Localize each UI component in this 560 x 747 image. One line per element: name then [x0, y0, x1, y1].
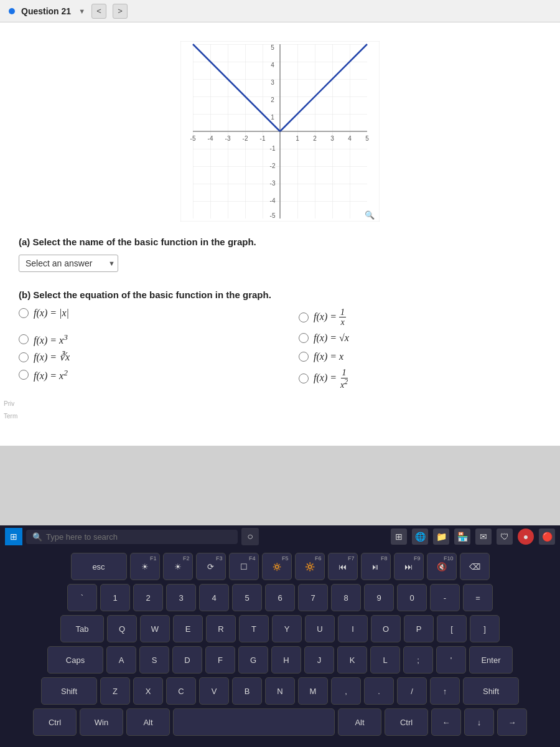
- key-g[interactable]: G: [238, 646, 268, 674]
- key-left-arrow[interactable]: ←: [431, 708, 461, 736]
- key-down-arrow[interactable]: ↓: [464, 708, 494, 736]
- key-q[interactable]: Q: [107, 615, 137, 642]
- key-space[interactable]: [173, 708, 335, 736]
- key-right-arrow[interactable]: →: [497, 708, 527, 736]
- key-e[interactable]: E: [173, 615, 203, 642]
- key-n[interactable]: N: [265, 677, 295, 705]
- key-6[interactable]: 6: [265, 584, 295, 611]
- key-o[interactable]: O: [371, 615, 401, 642]
- taskbar-icon-mail[interactable]: ✉: [475, 529, 492, 545]
- key-p[interactable]: P: [404, 615, 434, 642]
- key-f1[interactable]: F1☀: [130, 553, 160, 580]
- option-abs[interactable]: f(x) = |x|: [19, 308, 261, 319]
- key-period[interactable]: .: [364, 677, 394, 705]
- key-f4[interactable]: F4☐: [229, 553, 259, 580]
- key-b[interactable]: B: [232, 677, 262, 705]
- nav-back-button[interactable]: <: [91, 4, 106, 19]
- key-v[interactable]: V: [199, 677, 229, 705]
- key-z[interactable]: Z: [100, 677, 130, 705]
- option-sqrt[interactable]: f(x) = √x: [299, 332, 541, 344]
- key-m[interactable]: M: [298, 677, 328, 705]
- key-backtick[interactable]: `: [67, 584, 97, 611]
- nav-forward-button[interactable]: >: [113, 4, 128, 19]
- option-recip2[interactable]: f(x) = 1x2: [299, 368, 541, 389]
- key-win[interactable]: Win: [80, 708, 123, 736]
- key-shift-r[interactable]: Shift: [463, 677, 519, 705]
- key-0[interactable]: 0: [397, 584, 427, 611]
- key-a[interactable]: A: [106, 646, 136, 674]
- radio-recip2[interactable]: [299, 374, 309, 383]
- key-semicolon[interactable]: ;: [403, 646, 433, 674]
- key-enter[interactable]: Enter: [469, 646, 513, 674]
- key-1[interactable]: 1: [100, 584, 130, 611]
- key-3[interactable]: 3: [166, 584, 196, 611]
- key-w[interactable]: W: [140, 615, 170, 642]
- option-quad[interactable]: f(x) = x2: [19, 368, 261, 382]
- key-k[interactable]: K: [337, 646, 367, 674]
- option-recip[interactable]: f(x) = 1x: [299, 308, 541, 327]
- radio-identity[interactable]: [299, 352, 309, 362]
- key-4[interactable]: 4: [199, 584, 229, 611]
- taskbar-icon-shield[interactable]: 🛡: [497, 529, 513, 545]
- key-u[interactable]: U: [305, 615, 335, 642]
- key-f10[interactable]: F10🔇: [427, 553, 457, 580]
- key-up-arrow[interactable]: ↑: [430, 677, 460, 705]
- key-alt-l[interactable]: Alt: [126, 708, 170, 736]
- key-f3[interactable]: F3⟳: [196, 553, 226, 580]
- key-9[interactable]: 9: [364, 584, 394, 611]
- circle-button[interactable]: ○: [241, 528, 259, 545]
- key-f9[interactable]: F9⏭: [394, 553, 424, 580]
- key-f2[interactable]: F2☀: [163, 553, 193, 580]
- key-ctrl-r[interactable]: Ctrl: [385, 708, 428, 736]
- key-y[interactable]: Y: [272, 615, 302, 642]
- key-7[interactable]: 7: [298, 584, 328, 611]
- key-rbracket[interactable]: ]: [470, 615, 500, 642]
- radio-cbrt[interactable]: [19, 352, 29, 362]
- key-c[interactable]: C: [166, 677, 196, 705]
- key-equals[interactable]: =: [463, 584, 493, 611]
- key-x[interactable]: X: [133, 677, 163, 705]
- taskbar-icon-edge[interactable]: 🌐: [412, 529, 428, 545]
- start-button[interactable]: ⊞: [5, 528, 22, 545]
- option-cubic[interactable]: f(x) = x3: [19, 332, 261, 346]
- taskbar-search-bar[interactable]: 🔍: [26, 530, 238, 544]
- taskbar-icon-grid[interactable]: ⊞: [391, 529, 407, 545]
- key-i[interactable]: I: [338, 615, 368, 642]
- radio-sqrt[interactable]: [299, 333, 309, 343]
- key-f5[interactable]: F5🔅: [262, 553, 292, 580]
- taskbar-search-input[interactable]: [46, 532, 231, 542]
- key-lbracket[interactable]: [: [437, 615, 467, 642]
- radio-abs[interactable]: [19, 308, 29, 318]
- key-minus[interactable]: -: [430, 584, 460, 611]
- radio-quad[interactable]: [19, 370, 29, 380]
- key-h[interactable]: H: [271, 646, 301, 674]
- option-cbrt[interactable]: f(x) = ∛x: [19, 351, 261, 363]
- key-ctrl-l[interactable]: Ctrl: [33, 708, 77, 736]
- taskbar-icon-chrome[interactable]: 🔴: [539, 529, 555, 545]
- key-esc[interactable]: esc: [71, 553, 127, 580]
- taskbar-icon-folder[interactable]: 📁: [433, 529, 449, 545]
- key-f[interactable]: F: [205, 646, 235, 674]
- key-quote[interactable]: ': [436, 646, 466, 674]
- key-2[interactable]: 2: [133, 584, 163, 611]
- key-f7[interactable]: F7⏮: [328, 553, 358, 580]
- radio-cubic[interactable]: [19, 334, 29, 344]
- key-comma[interactable]: ,: [331, 677, 361, 705]
- key-j[interactable]: J: [304, 646, 334, 674]
- key-f8[interactable]: F8⏯: [361, 553, 391, 580]
- key-l[interactable]: L: [370, 646, 400, 674]
- key-alt-r[interactable]: Alt: [338, 708, 381, 736]
- taskbar-icon-circle-red[interactable]: ●: [518, 529, 534, 545]
- key-d[interactable]: D: [172, 646, 202, 674]
- answer-dropdown-wrapper[interactable]: Select an answer Absolute Value Cubic Cu…: [19, 255, 541, 272]
- option-identity[interactable]: f(x) = x: [299, 351, 541, 362]
- taskbar-icon-store[interactable]: 🏪: [454, 529, 470, 545]
- key-f6[interactable]: F6🔆: [295, 553, 325, 580]
- key-caps[interactable]: Caps: [47, 646, 103, 674]
- key-shift-l[interactable]: Shift: [41, 677, 97, 705]
- radio-recip[interactable]: [299, 312, 309, 322]
- key-tab[interactable]: Tab: [60, 615, 104, 642]
- key-s[interactable]: S: [139, 646, 169, 674]
- key-8[interactable]: 8: [331, 584, 361, 611]
- key-t[interactable]: T: [239, 615, 269, 642]
